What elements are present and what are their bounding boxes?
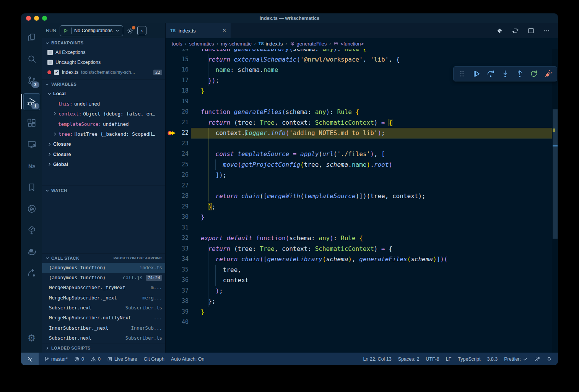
- loaded-scripts-section-header[interactable]: LOADED SCRIPTS: [42, 343, 165, 353]
- line-number[interactable]: 38: [166, 296, 189, 307]
- activity-item-bookmarks[interactable]: [21, 177, 42, 198]
- editor-action-compare-changes[interactable]: [512, 27, 519, 34]
- status-item-live-share[interactable]: Live Share: [107, 356, 137, 362]
- breakpoint-checkbox[interactable]: ✓: [54, 70, 59, 75]
- activity-item-git-graph-circle[interactable]: [21, 198, 42, 220]
- line-number[interactable]: 32: [166, 233, 189, 244]
- breakpoints-section-header[interactable]: BREAKPOINTS: [42, 38, 165, 47]
- activity-item-remote-explorer[interactable]: [21, 134, 42, 155]
- variable-row[interactable]: tree: HostTree {_backend: ScopedH…: [42, 129, 165, 139]
- maximize-window-button[interactable]: [42, 16, 47, 21]
- activity-item-explorer[interactable]: [21, 27, 42, 48]
- status-item-git-graph[interactable]: Git Graph: [144, 356, 164, 362]
- line-number[interactable]: 26: [166, 170, 189, 181]
- debug-continue-button[interactable]: [470, 68, 483, 80]
- debug-current-step-icon[interactable]: [168, 130, 177, 136]
- line-number[interactable]: 21: [166, 117, 189, 128]
- code-line-18[interactable]: 18}: [166, 86, 552, 96]
- line-number[interactable]: 34: [166, 254, 189, 265]
- variable-row[interactable]: Global: [42, 159, 165, 169]
- code-line-24[interactable]: 24 const templateSource = apply(url('./f…: [166, 149, 552, 159]
- call-stack-frame[interactable]: MergeMapSubscriber._nextmerg...: [42, 293, 165, 303]
- code-line-15[interactable]: 15 return externalSchematic('@nrwl/works…: [166, 54, 552, 65]
- code-line-25[interactable]: 25 move(getProjectConfig(tree, schema.na…: [166, 159, 552, 170]
- call-stack-frame[interactable]: Subscriber.nextSubscriber.ts: [42, 333, 165, 343]
- code-line-26[interactable]: 26 ]);: [166, 170, 552, 181]
- call-stack-frame[interactable]: MergeMapSubscriber._tryNextm...: [42, 283, 165, 293]
- line-number[interactable]: 14: [166, 49, 189, 54]
- status-item-feedback[interactable]: [535, 356, 540, 362]
- activity-item-docker[interactable]: [21, 241, 42, 262]
- line-number[interactable]: 37: [166, 286, 189, 296]
- line-number[interactable]: 17: [166, 75, 189, 86]
- line-number[interactable]: 19: [166, 96, 189, 107]
- line-number[interactable]: 15: [166, 54, 189, 65]
- call-stack-frame[interactable]: (anonymous function)index.ts: [42, 263, 165, 273]
- line-number[interactable]: 33: [166, 244, 189, 254]
- status-item-warnings-count[interactable]: 0: [91, 356, 101, 362]
- variable-row[interactable]: this: undefined: [42, 99, 165, 109]
- line-number[interactable]: 40: [166, 317, 189, 328]
- activity-item-run-debug[interactable]: 1: [21, 91, 42, 112]
- code-editor[interactable]: 14function generateLibrary(schema: any):…: [166, 49, 558, 353]
- debug-restart-button[interactable]: [528, 68, 540, 80]
- breakpoint-row[interactable]: ✓index.tstools/schematics/my-sch...22: [42, 67, 165, 77]
- breadcrumb-item-my-schematic[interactable]: my-schematic: [221, 41, 252, 47]
- close-window-button[interactable]: [26, 16, 31, 21]
- code-line-19[interactable]: 19: [166, 96, 552, 107]
- status-item-branch-indicator[interactable]: master*: [44, 356, 68, 362]
- breadcrumb-item-function[interactable]: <function>: [333, 41, 364, 47]
- breakpoint-row[interactable]: Uncaught Exceptions: [42, 57, 165, 67]
- status-item-indentation[interactable]: Spaces: 2: [398, 356, 420, 362]
- line-number[interactable]: 31: [166, 223, 189, 233]
- variable-row[interactable]: Closure: [42, 139, 165, 149]
- activity-item-project-share[interactable]: [21, 262, 42, 284]
- call-stack-frame[interactable]: InnerSubscriber._nextInnerSub...: [42, 323, 165, 333]
- line-number[interactable]: 27: [166, 181, 189, 191]
- variable-row[interactable]: context: Object {debug: false, en…: [42, 109, 165, 119]
- code-line-22[interactable]: 22 context.logger.info('adding NOTES.md …: [166, 128, 552, 138]
- run-play-icon[interactable]: [63, 28, 68, 33]
- code-line-23[interactable]: 23: [166, 138, 552, 149]
- status-item-ts-version[interactable]: 3.8.3: [487, 356, 498, 362]
- code-line-36[interactable]: 36 context: [166, 275, 552, 286]
- line-number[interactable]: 24: [166, 149, 189, 159]
- status-item-cursor-position[interactable]: Ln 22, Col 13: [363, 356, 391, 362]
- debug-step-into-button[interactable]: [499, 68, 511, 80]
- close-tab-icon[interactable]: ×: [223, 28, 226, 34]
- code-line-14[interactable]: 14function generateLibrary(schema: any):…: [166, 49, 552, 54]
- line-number[interactable]: 29: [166, 202, 189, 212]
- debug-step-out-button[interactable]: [514, 68, 526, 80]
- breadcrumb-item-generateFiles[interactable]: generateFiles: [290, 41, 327, 47]
- code-line-20[interactable]: 20function generateFiles(schema: any): R…: [166, 107, 552, 117]
- status-item-language-mode[interactable]: TypeScript: [458, 356, 480, 362]
- editor-action-gitlens-diamond[interactable]: [496, 27, 503, 34]
- call-stack-section-header[interactable]: CALL STACK PAUSED ON BREAKPOINT: [42, 253, 165, 263]
- breakpoint-checkbox[interactable]: [47, 50, 53, 55]
- breakpoint-checkbox[interactable]: [47, 60, 53, 65]
- debug-grip-button[interactable]: [456, 68, 468, 80]
- activity-item-extensions[interactable]: [21, 112, 42, 134]
- breakpoint-row[interactable]: All Exceptions: [42, 47, 165, 57]
- watch-section-header[interactable]: WATCH: [42, 185, 165, 195]
- line-number[interactable]: 18: [166, 86, 189, 96]
- code-line-27[interactable]: 27: [166, 181, 552, 191]
- activity-item-nx-console[interactable]: N≥: [21, 155, 42, 177]
- variables-section-header[interactable]: VARIABLES: [42, 79, 165, 89]
- remote-indicator[interactable]: [21, 353, 39, 365]
- minimize-window-button[interactable]: [34, 16, 39, 21]
- activity-item-todo-tree[interactable]: [21, 220, 42, 241]
- variable-row[interactable]: Closure: [42, 149, 165, 159]
- call-stack-frame[interactable]: MergeMapSubscriber.notifyNext...: [42, 313, 165, 323]
- code-line-39[interactable]: 39}: [166, 307, 552, 317]
- code-line-40[interactable]: 40: [166, 317, 552, 328]
- line-number[interactable]: 39: [166, 307, 189, 317]
- debug-step-over-button[interactable]: [485, 68, 497, 80]
- breadcrumb-item-tools[interactable]: tools: [172, 41, 182, 47]
- line-number[interactable]: 28: [166, 191, 189, 202]
- code-line-21[interactable]: 21 return (tree: Tree, context: Schemati…: [166, 117, 552, 128]
- line-number[interactable]: 16: [166, 65, 189, 75]
- code-line-34[interactable]: 34 return chain([generateLibrary(schema)…: [166, 254, 552, 265]
- breadcrumb-item-schematics[interactable]: schematics: [189, 41, 214, 47]
- code-line-37[interactable]: 37 );: [166, 286, 552, 296]
